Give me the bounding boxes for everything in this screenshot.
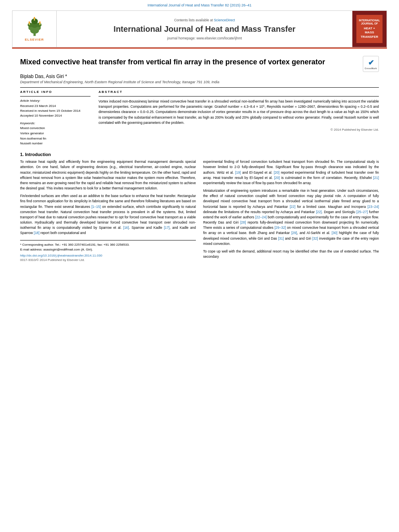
article-title: Mixed convective heat transfer from vert… <box>20 58 358 67</box>
footnote-email-author: (A. Giri). <box>81 248 93 251</box>
journal-homepage: journal homepage: www.elsevier.com/locat… <box>167 36 242 40</box>
ref-20b[interactable]: [20] <box>274 176 280 180</box>
thumb-title-line2: HEAT + <box>364 27 375 31</box>
intro-left-col: To release heat rapidly and efficiently … <box>20 159 196 262</box>
ref-22a[interactable]: [22] <box>290 205 295 209</box>
title-divider <box>20 87 379 88</box>
abstract-divider <box>99 96 379 97</box>
revised-date: Received in revised form 15 October 2014 <box>20 109 90 113</box>
intro-para1: To release heat rapidly and efficiently … <box>20 159 196 191</box>
journal-header: ELSEVIER Contents lists available at Sci… <box>12 10 387 47</box>
svg-point-6 <box>36 23 41 27</box>
ref-18[interactable]: [18] <box>34 231 39 235</box>
thumb-inner: INTERNATIONAL JOURNAL OF HEAT + MASS TRA… <box>356 15 383 43</box>
thumb-title-line4: TRANSFER <box>361 35 378 39</box>
svg-point-13 <box>33 17 35 19</box>
journal-title-area: Contents lists available at ScienceDirec… <box>57 11 352 47</box>
intro-para3: experimental finding of forced convectio… <box>203 159 379 186</box>
thumb-title-line3: MASS <box>365 31 374 35</box>
ref-31[interactable]: [31] <box>278 236 284 240</box>
accepted-date: Accepted 10 November 2014 <box>20 113 90 118</box>
thumb-title-line1: INTERNATIONAL JOURNAL OF <box>358 19 381 26</box>
contents-text: Contents lists available at <box>174 18 213 22</box>
ref-20a[interactable]: [20] <box>274 170 280 175</box>
footnote-email-label: E-mail address: <box>20 248 43 251</box>
history-label: Article history: <box>20 99 90 103</box>
page: International Journal of Heat and Mass T… <box>0 0 399 532</box>
ref-29[interactable]: [29] <box>291 231 297 235</box>
elsevier-tree-icon <box>23 17 47 37</box>
ref-25-27[interactable]: [25–27] <box>356 210 368 214</box>
ref-29-32[interactable]: [29–32] <box>274 226 286 230</box>
received-date: Received 23 March 2014 <box>20 104 90 109</box>
journal-thumbnail-area: INTERNATIONAL JOURNAL OF HEAT + MASS TRA… <box>352 11 387 47</box>
authors-line: Biplab Das, Asis Giri * <box>20 74 379 79</box>
svg-point-11 <box>39 21 41 23</box>
intro-right-col: experimental finding of forced convectio… <box>203 159 379 262</box>
intro-para4: Miniaturization of engineering system in… <box>203 188 379 246</box>
introduction-section: 1. Introduction To release heat rapidly … <box>20 152 379 262</box>
issn-text: 0017-9310/© 2014 Published by Elsevier L… <box>20 258 196 262</box>
elsevier-label: ELSEVIER <box>25 38 44 41</box>
svg-point-9 <box>29 21 30 23</box>
footer-note: * Corresponding author. Tel.: +91 360 22… <box>20 240 196 262</box>
ref-28[interactable]: [28] <box>240 220 246 224</box>
keyword-4: Nusselt number <box>20 141 90 146</box>
ref-21[interactable]: [21] <box>373 176 379 180</box>
intro-para5: To cope up well with the demand, additio… <box>203 249 379 259</box>
ref-32[interactable]: [32] <box>312 236 318 240</box>
authors-text: Biplab Das, Asis Giri <box>20 74 64 79</box>
ref-17[interactable]: [17] <box>164 226 170 230</box>
elsevier-logo: ELSEVIER <box>23 17 47 41</box>
corresponding-star: * <box>64 74 67 79</box>
ref-1-15[interactable]: [1–15] <box>91 205 101 209</box>
footnote-email: E-mail address: asasisgiri@rediffmail.co… <box>20 247 196 252</box>
abstract-text: Vortex induced non-Boussinesq laminar mi… <box>99 99 379 125</box>
intro-body-columns: To release heat rapidly and efficiently … <box>20 159 379 262</box>
abstract-column: ABSTRACT Vortex induced non-Boussinesq l… <box>99 90 379 146</box>
ref-22-24[interactable]: [22–24] <box>255 215 267 219</box>
intro-title: 1. Introduction <box>20 152 379 157</box>
intro-para2: Fin/extended surfaces are often used as … <box>20 193 196 236</box>
abstract-heading: ABSTRACT <box>99 90 379 94</box>
ref-16[interactable]: [16] <box>123 226 129 230</box>
journal-title: International Journal of Heat and Mass T… <box>113 24 295 34</box>
main-content: Mixed convective heat transfer from vert… <box>0 49 399 266</box>
journal-reference-text: International Journal of Heat and Mass T… <box>148 3 252 7</box>
keywords-label: Keywords: <box>20 121 90 125</box>
keyword-1: Mixed convection <box>20 126 90 131</box>
ref-19[interactable]: [19] <box>235 170 241 175</box>
ref-23-24[interactable]: [23–24] <box>368 205 379 209</box>
elsevier-logo-area: ELSEVIER <box>12 11 57 47</box>
copyright-line: © 2014 Published by Elsevier Ltd. <box>99 128 379 131</box>
title-row: Mixed convective heat transfer from vert… <box>20 53 379 72</box>
crossmark-label: CrossMark <box>365 67 377 70</box>
info-divider <box>20 96 90 97</box>
sciencedirect-link[interactable]: ScienceDirect <box>214 18 235 22</box>
footnote-star-text: * Corresponding author. Tel.: +91 360 22… <box>20 242 196 247</box>
doi-text[interactable]: http://dx.doi.org/10.1016/j.ijheatmasstr… <box>20 254 102 257</box>
crossmark-symbol: ✔ <box>368 58 374 67</box>
journal-thumbnail: INTERNATIONAL JOURNAL OF HEAT + MASS TRA… <box>354 13 385 45</box>
article-info-heading: ARTICLE INFO <box>20 90 90 94</box>
crossmark-badge[interactable]: ✔ CrossMark <box>363 56 379 72</box>
ref-30[interactable]: [30] <box>332 231 337 235</box>
keyword-3: Non-isothermal fin <box>20 136 90 142</box>
title-area: Mixed convective heat transfer from vert… <box>20 53 358 69</box>
footnote-email-link[interactable]: asasisgiri@rediffmail.com <box>43 248 80 251</box>
affiliation-text: Department of Mechanical Engineering, No… <box>20 80 379 84</box>
ref-22b[interactable]: [22] <box>316 210 322 214</box>
journal-reference-line: International Journal of Heat and Mass T… <box>0 0 399 9</box>
article-info-abstract-section: ARTICLE INFO Article history: Received 2… <box>20 90 379 146</box>
article-info-column: ARTICLE INFO Article history: Received 2… <box>20 90 90 146</box>
contents-line: Contents lists available at ScienceDirec… <box>174 18 235 22</box>
keyword-2: Vortex generator <box>20 131 90 136</box>
svg-point-5 <box>27 23 33 27</box>
doi-link[interactable]: http://dx.doi.org/10.1016/j.ijheatmasstr… <box>20 254 196 257</box>
